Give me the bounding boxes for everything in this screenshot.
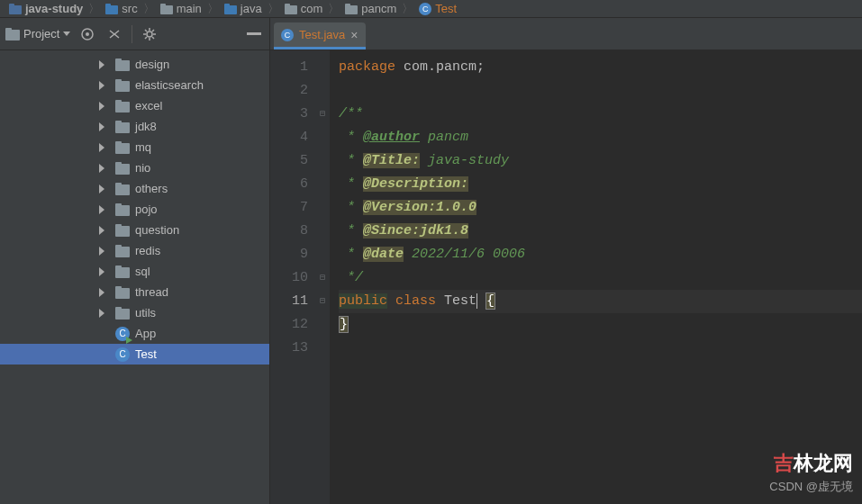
tree-item-elasticsearch[interactable]: elasticsearch xyxy=(0,75,269,95)
breadcrumb-item[interactable]: com xyxy=(283,2,325,15)
project-sidebar: Project designelasticsearchexceljdk8mqni… xyxy=(0,18,270,504)
breadcrumb: java-study〉 src〉 main〉 java〉 com〉 pancm〉… xyxy=(0,0,862,18)
breadcrumb-item[interactable]: java xyxy=(222,2,264,15)
project-toolbar: Project xyxy=(0,18,269,50)
tree-item-nio[interactable]: nio xyxy=(0,158,269,178)
tree-item-thread[interactable]: thread xyxy=(0,282,269,302)
breadcrumb-item[interactable]: src xyxy=(104,2,139,15)
chevron-right-icon: 〉 xyxy=(207,1,219,17)
class-icon: C xyxy=(281,29,294,41)
editor-tabs: C Test.java × xyxy=(270,18,862,50)
tree-item-mq[interactable]: mq xyxy=(0,137,269,158)
svg-rect-3 xyxy=(105,4,111,7)
tree-item-question[interactable]: question xyxy=(0,220,269,240)
svg-rect-43 xyxy=(115,307,122,310)
line-gutter[interactable]: 12345678910111213 xyxy=(270,50,315,504)
tree-item-design[interactable]: design xyxy=(0,54,269,75)
chevron-right-icon: 〉 xyxy=(402,1,413,17)
target-icon[interactable] xyxy=(77,24,97,44)
editor-area: C Test.java × 12345678910111213 ⊟⊟⊟ pack… xyxy=(270,18,862,504)
project-view-selector[interactable]: Project xyxy=(5,27,70,40)
svg-rect-7 xyxy=(224,4,230,7)
svg-rect-11 xyxy=(345,4,350,7)
tree-item-pojo[interactable]: pojo xyxy=(0,199,269,220)
tree-item-app[interactable]: CApp xyxy=(0,323,269,344)
svg-rect-41 xyxy=(115,286,122,290)
svg-rect-37 xyxy=(115,245,122,248)
tree-item-label: App xyxy=(135,327,156,340)
breadcrumb-item[interactable]: pancm xyxy=(343,2,398,15)
tree-item-label: nio xyxy=(135,161,150,175)
tree-item-label: sql xyxy=(135,265,150,278)
tree-item-utils[interactable]: utils xyxy=(0,302,269,323)
tree-item-label: design xyxy=(135,58,169,71)
svg-rect-31 xyxy=(115,183,122,186)
fold-gutter[interactable]: ⊟⊟⊟ xyxy=(315,50,330,504)
tree-item-label: redis xyxy=(135,244,160,257)
project-tree[interactable]: designelasticsearchexceljdk8mqnioothersp… xyxy=(0,50,269,504)
svg-rect-21 xyxy=(115,79,122,83)
tree-item-test[interactable]: CTest xyxy=(0,344,269,364)
svg-point-16 xyxy=(147,32,152,37)
tab-title: Test.java xyxy=(299,28,345,41)
svg-rect-23 xyxy=(115,100,122,104)
tree-item-label: others xyxy=(135,182,168,195)
svg-rect-13 xyxy=(5,28,12,32)
tree-item-jdk8[interactable]: jdk8 xyxy=(0,116,269,137)
tree-item-label: Test xyxy=(135,347,157,361)
chevron-right-icon: 〉 xyxy=(143,1,155,17)
svg-rect-35 xyxy=(115,224,122,228)
tree-item-redis[interactable]: redis xyxy=(0,240,269,261)
tree-item-label: utils xyxy=(135,306,156,320)
svg-point-15 xyxy=(86,32,89,36)
svg-rect-19 xyxy=(115,58,122,62)
svg-rect-25 xyxy=(115,121,122,124)
code-body[interactable]: package com.pancm;/** * @author pancm * … xyxy=(330,50,862,504)
tree-item-excel[interactable]: excel xyxy=(0,95,269,116)
tree-item-others[interactable]: others xyxy=(0,178,269,199)
chevron-right-icon: 〉 xyxy=(88,1,100,17)
svg-rect-17 xyxy=(247,32,261,35)
tree-item-label: pojo xyxy=(135,202,158,216)
close-icon[interactable]: × xyxy=(350,28,358,42)
breadcrumb-item[interactable]: java-study xyxy=(7,2,85,15)
tree-item-label: excel xyxy=(135,99,162,112)
tree-item-label: mq xyxy=(135,140,151,154)
svg-rect-1 xyxy=(9,4,14,7)
svg-rect-29 xyxy=(115,162,122,166)
svg-rect-27 xyxy=(115,141,122,145)
tree-item-label: elasticsearch xyxy=(135,78,204,92)
breadcrumb-item[interactable]: CTest xyxy=(417,2,458,15)
tree-item-label: thread xyxy=(135,285,168,299)
breadcrumb-item[interactable]: main xyxy=(159,2,204,15)
svg-rect-39 xyxy=(115,266,122,269)
tree-item-label: question xyxy=(135,223,179,237)
svg-rect-9 xyxy=(285,4,290,7)
gear-icon[interactable] xyxy=(140,24,159,44)
tree-item-sql[interactable]: sql xyxy=(0,261,269,282)
chevron-right-icon: 〉 xyxy=(268,1,279,17)
code-editor[interactable]: 12345678910111213 ⊟⊟⊟ package com.pancm;… xyxy=(270,50,862,504)
svg-rect-5 xyxy=(160,4,166,7)
minimize-icon[interactable] xyxy=(244,24,264,44)
tab-file[interactable]: C Test.java × xyxy=(274,22,366,50)
svg-rect-33 xyxy=(115,203,122,207)
collapse-icon[interactable] xyxy=(104,24,124,44)
tree-item-label: jdk8 xyxy=(135,120,157,133)
chevron-right-icon: 〉 xyxy=(328,1,340,17)
watermark-csdn: CSDN @虚无境 xyxy=(769,479,853,495)
watermark-site: 吉林龙网 xyxy=(774,450,853,477)
